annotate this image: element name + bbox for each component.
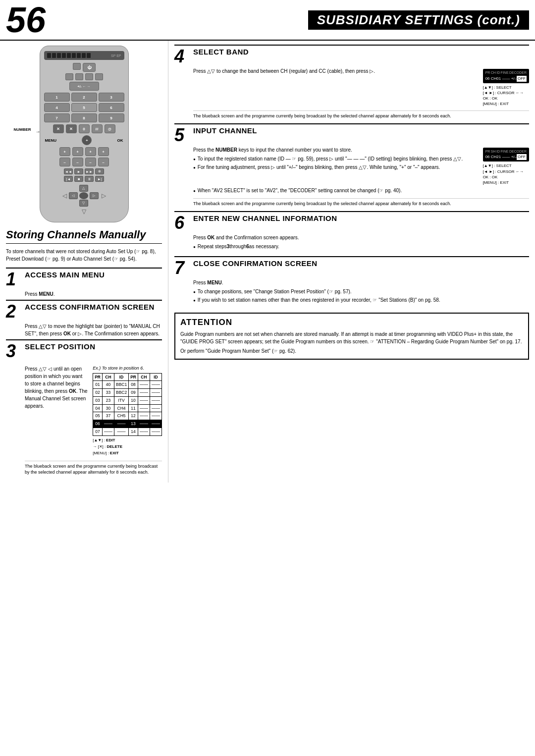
step3-blueback-note: The blueback screen and the programme cu…	[25, 461, 162, 476]
remote-btn-skipfwd[interactable]: ►|	[95, 176, 104, 182]
nav-up[interactable]: △	[79, 185, 88, 192]
remote-btn-sm4[interactable]	[95, 73, 103, 80]
remote-btn-misc2[interactable]: @	[105, 124, 115, 133]
step4-lcd-header: PR CH ID FINE DECODER	[485, 70, 527, 76]
remote-btn-play[interactable]: ►	[74, 168, 83, 174]
display-bar-6	[72, 53, 76, 58]
page-header: 56 SUBSIDIARY SETTINGS (cont.)	[0, 0, 535, 41]
nav-ok[interactable]	[79, 192, 88, 199]
step2-title: ACCESS CONFIRMATION SCREEN	[25, 303, 155, 312]
step5-bullet3: When "AV2 SELECT" is set to "AV2", the "…	[193, 187, 529, 194]
nav-empty-bl	[69, 200, 79, 207]
table-row-1: 0140BBC108————	[93, 381, 162, 389]
remote-btn-pause[interactable]: ⏸	[85, 176, 94, 182]
remote-btn-5[interactable]: 5	[71, 103, 97, 112]
remote-btn-counter[interactable]: +/- ← →	[69, 82, 99, 91]
step4-number: 4	[174, 48, 189, 65]
step4-leg1: [▲▼] : SELECT	[483, 85, 529, 90]
lcd4-ch: CH	[491, 70, 496, 76]
remote-btn-0[interactable]: 0	[79, 124, 90, 133]
legend-exit: [MENU] : EXIT	[93, 450, 162, 456]
top-buttons-row: ⏻	[44, 63, 124, 72]
remote-btn-7[interactable]: 7	[44, 113, 70, 122]
step5-bullet2: For fine tuning adjustment, press ▷ unti…	[193, 164, 479, 171]
step7-section: 7 CLOSE CONFIRMATION SCREEN Press MENU. …	[174, 256, 529, 308]
remote-btn-9[interactable]: 9	[99, 113, 124, 122]
remote-btn-power[interactable]	[73, 63, 81, 70]
lcd5-fine: FINE	[501, 149, 509, 155]
step3-title: SELECT POSITION	[25, 342, 96, 351]
step7-header: 7 CLOSE CONFIRMATION SCREEN	[174, 257, 529, 278]
remote-btn-skipback[interactable]: |◄	[64, 176, 73, 182]
remote-display: SP EP	[44, 51, 124, 60]
display-bar-4	[62, 53, 66, 58]
remote-btn-sm3[interactable]	[85, 73, 93, 80]
remote-btn-ch-up[interactable]: +	[82, 135, 92, 145]
step6-section: 6 ENTER NEW CHANNEL INFORMATION Press OK…	[174, 211, 529, 254]
step7-number: 7	[174, 259, 189, 277]
nav-empty-br	[90, 200, 100, 207]
step2-number: 2	[6, 303, 21, 321]
remote-btn-plus2[interactable]: +	[72, 147, 83, 156]
remote-btn-misc[interactable]: ⊕	[95, 168, 104, 174]
step5-number: 5	[174, 126, 189, 144]
nav-empty-tl	[69, 185, 79, 192]
table-row-2: 0233BBC209————	[93, 389, 162, 397]
step1-section: 1 ACCESS MAIN MENU Press MENU.	[6, 268, 162, 300]
nav-down[interactable]: ▽	[79, 200, 88, 207]
remote-btn-plus4[interactable]: +	[98, 147, 109, 156]
page-title-header: SUBSIDIARY SETTINGS (cont.)	[308, 10, 529, 30]
remote-btn-plus3[interactable]: +	[85, 147, 96, 156]
step5-intro: Press the NUMBER keys to input the chann…	[193, 146, 479, 154]
step5-legend: [▲▼] : SELECT [◄ ►] : CURSOR ←→ OK : OK …	[483, 163, 529, 185]
nav-right[interactable]: ▷	[90, 192, 99, 199]
remote-btn-minus3[interactable]: –	[85, 158, 96, 166]
remote-btn-6[interactable]: 6	[99, 103, 124, 112]
remote-btn-minus2[interactable]: –	[72, 158, 83, 166]
remote-btn-rewind[interactable]: ◄◄	[64, 168, 73, 174]
remote-btn-1[interactable]: 1	[44, 93, 70, 102]
step3-text: Press △▽ ◁ until an open position in whi…	[25, 365, 88, 457]
step4-layout: Press △▽ to change the band between CH (…	[193, 67, 529, 107]
table-row-4: 0430CH411————	[93, 404, 162, 412]
step6-bullet1: Repeat steps 3 through 6 as necessary.	[193, 243, 529, 250]
remote-btn-standby[interactable]: ⏻	[83, 63, 96, 72]
remote-btn-sm1[interactable]	[65, 73, 73, 80]
step4-leg4: [MENU] : EXIT	[483, 101, 529, 107]
step6-body: Press OK and the Confirmation screen app…	[174, 233, 529, 254]
remote-btn-sm2[interactable]	[75, 73, 83, 80]
nav-left[interactable]: ◁	[69, 192, 78, 199]
remote-btn-8[interactable]: 8	[71, 113, 97, 122]
remote-btn-2[interactable]: 2	[71, 93, 97, 102]
remote-btn-3[interactable]: 3	[99, 93, 124, 102]
step5-leg4: [MENU] : EXIT	[483, 180, 529, 185]
small-buttons-row	[44, 73, 124, 80]
remote-btn-stop[interactable]: ■	[74, 176, 83, 182]
col-ch1: CH	[102, 373, 114, 381]
step6-title: ENTER NEW CHANNEL INFORMATION	[193, 214, 337, 223]
lcd4-id: ID	[496, 70, 500, 76]
lcd4-highlight: OFF	[517, 76, 527, 82]
step5-leg1: [▲▼] : SELECT	[483, 163, 529, 168]
step3-header: 3 SELECT POSITION	[6, 340, 162, 361]
step5-extra-bullets: When "AV2 SELECT" is set to "AV2", the "…	[193, 187, 529, 194]
nav-down-outer: ▽	[44, 208, 124, 215]
counter-row: +/- ← →	[44, 82, 124, 91]
step1-body: Press MENU.	[6, 289, 162, 300]
step1-title: ACCESS MAIN MENU	[25, 270, 105, 279]
step7-bullet1: To change positions, see "Change Station…	[193, 288, 529, 295]
legend-delete: → [✕] : DELETE	[93, 444, 162, 450]
step4-lcd: PR CH ID FINE DECODER 06 CH01 —— +/– OFF	[483, 67, 529, 107]
ok-label: OK	[117, 138, 123, 143]
remote-btn-minus4[interactable]: –	[98, 158, 109, 166]
col-id2: ID	[150, 373, 162, 381]
remote-btn-x1[interactable]: ✕	[53, 124, 64, 133]
remote-btn-misc1[interactable]: ///	[92, 124, 103, 133]
lcd4-decoder: DECODER	[509, 70, 527, 76]
step5-mini-lcd: PR SH ID FINE DECODER 06 CH21 —— +/– OFF	[483, 148, 529, 162]
remote-btn-plus1[interactable]: +	[59, 147, 70, 156]
remote-btn-ff[interactable]: ►►	[85, 168, 94, 174]
remote-btn-minus1[interactable]: –	[59, 158, 70, 166]
remote-btn-4[interactable]: 4	[44, 103, 70, 112]
remote-btn-x2[interactable]: ✕	[66, 124, 77, 133]
